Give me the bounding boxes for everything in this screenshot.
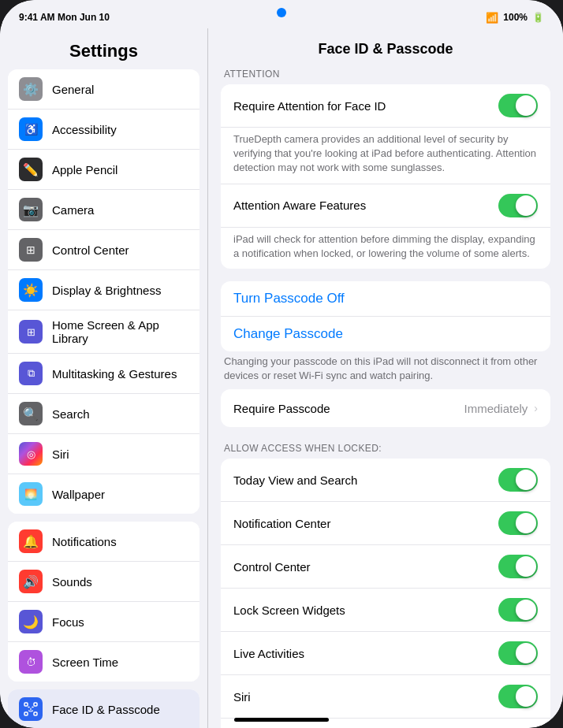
- pencil-icon: ✏️: [19, 158, 43, 181]
- change-passcode-link[interactable]: Change Passcode: [221, 317, 550, 351]
- sidebar-item-face-id[interactable]: Face ID & Passcode: [8, 689, 199, 728]
- bell-icon: 🔔: [19, 529, 43, 553]
- today-view-row: Today View and Search: [221, 459, 550, 502]
- sliders-icon: ⊞: [19, 238, 43, 262]
- sidebar-group-1: ⚙️ General ♿ Accessibility ✏️ Apple Penc…: [8, 69, 199, 514]
- face-id-icon: [19, 697, 43, 721]
- status-indicators: 📶 100% 🔋: [486, 12, 544, 24]
- siri-access-toggle[interactable]: [498, 685, 538, 708]
- require-attention-description: TrueDepth camera provides an additional …: [221, 128, 550, 184]
- attention-section: ATTENTION Require Attention for Face ID …: [221, 65, 550, 269]
- svg-rect-1: [34, 703, 37, 706]
- grid-icon: ⊞: [19, 320, 43, 344]
- attention-card: Require Attention for Face ID TrueDepth …: [221, 84, 550, 269]
- sidebar-item-wallpaper[interactable]: 🌅 Wallpaper: [8, 474, 199, 514]
- sidebar-item-label: Face ID & Passcode: [52, 703, 160, 716]
- sidebar-item-label: Multitasking & Gestures: [52, 367, 177, 381]
- battery-icon: 🔋: [532, 12, 544, 23]
- sidebar-item-screen-time[interactable]: ⏱ Screen Time: [8, 642, 199, 682]
- toggle-knob: [516, 195, 536, 216]
- require-passcode-label: Require Passcode: [233, 402, 464, 415]
- require-passcode-row[interactable]: Require Passcode Immediately ›: [221, 389, 550, 427]
- sidebar-group-3: Face ID & Passcode 🤚 Privacy & Security: [8, 689, 199, 728]
- allow-access-label: ALLOW ACCESS WHEN LOCKED:: [221, 440, 550, 459]
- svg-rect-0: [24, 703, 28, 706]
- sidebar-item-siri[interactable]: ◎ Siri: [8, 434, 199, 474]
- allow-access-section: ALLOW ACCESS WHEN LOCKED: Today View and…: [221, 440, 550, 728]
- sidebar-item-label: Control Center: [52, 243, 129, 257]
- lock-screen-widgets-row: Lock Screen Widgets: [221, 589, 550, 632]
- sidebar-item-label: General: [52, 83, 94, 96]
- main-layout: Settings ⚙️ General ♿ Accessibility ✏️ A…: [0, 28, 563, 728]
- passcode-section: Turn Passcode Off Change Passcode Changi…: [221, 281, 550, 427]
- sidebar-title: Settings: [0, 28, 207, 69]
- live-activities-label: Live Activities: [233, 647, 498, 660]
- accessibility-icon: ♿: [19, 117, 43, 141]
- require-passcode-card: Require Passcode Immediately ›: [221, 389, 550, 427]
- sidebar-item-focus[interactable]: 🌙 Focus: [8, 602, 199, 642]
- turn-passcode-off-link[interactable]: Turn Passcode Off: [221, 281, 550, 317]
- notification-center-toggle[interactable]: [498, 511, 538, 535]
- search-icon: 🔍: [19, 402, 43, 425]
- siri-access-label: Siri: [233, 690, 498, 704]
- sidebar-item-control-center[interactable]: ⊞ Control Center: [8, 230, 199, 270]
- home-indicator: [234, 718, 329, 722]
- screen-time-icon: ⏱: [19, 650, 43, 674]
- sidebar-item-label: Display & Brightness: [52, 284, 161, 297]
- lock-screen-widgets-label: Lock Screen Widgets: [233, 604, 498, 617]
- svg-rect-2: [24, 712, 28, 715]
- today-view-toggle[interactable]: [498, 468, 538, 492]
- top-dot: [277, 8, 286, 17]
- live-activities-row: Live Activities: [221, 632, 550, 675]
- sidebar-item-notifications[interactable]: 🔔 Notifications: [8, 522, 199, 562]
- attention-aware-row: Attention Aware Features: [221, 184, 550, 228]
- svg-rect-3: [34, 712, 37, 715]
- notification-center-row: Notification Center: [221, 502, 550, 545]
- wifi-icon: 📶: [486, 12, 498, 24]
- sidebar-item-multitasking[interactable]: ⧉ Multitasking & Gestures: [8, 354, 199, 394]
- sidebar-item-label: Notifications: [52, 535, 117, 548]
- live-activities-toggle[interactable]: [498, 641, 538, 665]
- control-center-access-toggle[interactable]: [498, 555, 538, 578]
- sidebar-item-apple-pencil[interactable]: ✏️ Apple Pencil: [8, 150, 199, 190]
- passcode-links-card: Turn Passcode Off Change Passcode: [221, 281, 550, 351]
- chevron-icon: ›: [534, 402, 538, 414]
- sidebar-item-label: Screen Time: [52, 656, 118, 669]
- sidebar-item-label: Siri: [52, 448, 69, 461]
- today-view-label: Today View and Search: [233, 474, 498, 487]
- siri-access-row: Siri: [221, 675, 550, 719]
- lock-screen-widgets-toggle[interactable]: [498, 598, 538, 622]
- passcode-description: Changing your passcode on this iPad will…: [221, 351, 550, 389]
- require-passcode-value: Immediately: [464, 402, 528, 415]
- content-title: Face ID & Passcode: [208, 28, 563, 65]
- sidebar-item-accessibility[interactable]: ♿ Accessibility: [8, 110, 199, 150]
- siri-icon: ◎: [19, 442, 43, 466]
- sidebar-item-general[interactable]: ⚙️ General: [8, 69, 199, 110]
- wallpaper-icon: 🌅: [19, 482, 43, 506]
- control-center-access-row: Control Center: [221, 545, 550, 589]
- toggle-knob: [516, 95, 536, 116]
- moon-icon: 🌙: [19, 610, 43, 633]
- notification-center-label: Notification Center: [233, 517, 498, 530]
- sidebar-item-display[interactable]: ☀️ Display & Brightness: [8, 270, 199, 310]
- allow-access-card: Today View and Search Notification Cente…: [221, 459, 550, 728]
- sidebar-item-sounds[interactable]: 🔊 Sounds: [8, 562, 199, 602]
- sidebar-item-search[interactable]: 🔍 Search: [8, 394, 199, 434]
- device-frame: 9:41 AM Mon Jun 10 📶 100% 🔋 Settings ⚙️ …: [0, 0, 563, 728]
- status-time-date: 9:41 AM Mon Jun 10: [19, 12, 110, 23]
- sidebar-item-label: Accessibility: [52, 123, 117, 136]
- attention-section-label: ATTENTION: [221, 65, 550, 84]
- sidebar-item-label: Focus: [52, 615, 84, 629]
- sidebar-item-label: Camera: [52, 203, 94, 217]
- attention-aware-label: Attention Aware Features: [233, 199, 498, 212]
- speaker-icon: 🔊: [19, 570, 43, 593]
- require-attention-label: Require Attention for Face ID: [233, 99, 498, 113]
- sidebar-item-camera[interactable]: 📷 Camera: [8, 190, 199, 230]
- control-center-access-label: Control Center: [233, 560, 498, 574]
- require-attention-toggle[interactable]: [498, 94, 538, 117]
- attention-aware-toggle[interactable]: [498, 194, 538, 217]
- sidebar-item-home-screen[interactable]: ⊞ Home Screen & App Library: [8, 310, 199, 354]
- sidebar: Settings ⚙️ General ♿ Accessibility ✏️ A…: [0, 28, 208, 728]
- sidebar-item-label: Sounds: [52, 575, 92, 589]
- sidebar-item-label: Wallpaper: [52, 488, 105, 501]
